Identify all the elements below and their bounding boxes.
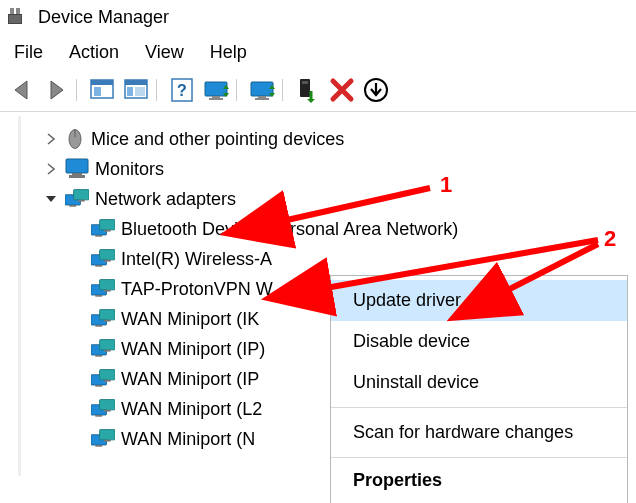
tree-label: WAN Miniport (N bbox=[121, 429, 255, 450]
adapter-icon bbox=[91, 338, 115, 360]
update-tool-button[interactable] bbox=[246, 75, 278, 105]
context-separator bbox=[331, 407, 627, 408]
tree-node-network-adapters[interactable]: Network adapters bbox=[27, 184, 632, 214]
adapter-icon bbox=[91, 278, 115, 300]
adapter-icon bbox=[91, 428, 115, 450]
uninstall-button[interactable] bbox=[326, 75, 358, 105]
scan-button[interactable] bbox=[200, 75, 232, 105]
tree-label: Mice and other pointing devices bbox=[91, 129, 344, 150]
monitor-icon bbox=[65, 158, 89, 180]
window-title: Device Manager bbox=[38, 7, 169, 28]
tree-label: Bluetooth Device (Personal Area Network) bbox=[121, 219, 458, 240]
mouse-icon bbox=[65, 127, 85, 151]
tree-label: Network adapters bbox=[95, 189, 236, 210]
context-uninstall-device[interactable]: Uninstall device bbox=[331, 362, 627, 403]
context-disable-device[interactable]: Disable device bbox=[331, 321, 627, 362]
title-bar: Device Manager bbox=[0, 0, 636, 34]
menu-action[interactable]: Action bbox=[69, 42, 119, 63]
forward-button[interactable] bbox=[40, 75, 72, 105]
menu-help[interactable]: Help bbox=[210, 42, 247, 63]
tree-label: TAP-ProtonVPN W bbox=[121, 279, 273, 300]
help-button[interactable] bbox=[166, 75, 198, 105]
app-icon bbox=[6, 6, 28, 28]
back-button[interactable] bbox=[6, 75, 38, 105]
adapter-icon bbox=[91, 248, 115, 270]
tree-label: WAN Miniport (IP) bbox=[121, 339, 265, 360]
adapter-icon bbox=[91, 218, 115, 240]
context-properties[interactable]: Properties bbox=[331, 462, 627, 501]
tree-node-mice[interactable]: Mice and other pointing devices bbox=[27, 124, 632, 154]
tree-label: WAN Miniport (L2 bbox=[121, 399, 262, 420]
menu-file[interactable]: File bbox=[14, 42, 43, 63]
chevron-right-icon[interactable] bbox=[43, 131, 59, 147]
chevron-right-icon[interactable] bbox=[43, 161, 59, 177]
tree-label: WAN Miniport (IP bbox=[121, 369, 259, 390]
context-menu: Update driver Disable device Uninstall d… bbox=[330, 275, 628, 503]
context-scan-hardware[interactable]: Scan for hardware changes bbox=[331, 412, 627, 453]
menu-bar: File Action View Help bbox=[0, 34, 636, 73]
panel-button[interactable] bbox=[86, 75, 118, 105]
tree-item-bluetooth[interactable]: Bluetooth Device (Personal Area Network) bbox=[27, 214, 632, 244]
tree-item-intel-wireless[interactable]: Intel(R) Wireless-A bbox=[27, 244, 632, 274]
tree-label: Intel(R) Wireless-A bbox=[121, 249, 272, 270]
chevron-down-icon[interactable] bbox=[43, 191, 59, 207]
enable-button[interactable] bbox=[292, 75, 324, 105]
context-update-driver[interactable]: Update driver bbox=[331, 280, 627, 321]
network-adapters-icon bbox=[65, 188, 89, 210]
tree-label: WAN Miniport (IK bbox=[121, 309, 259, 330]
context-separator bbox=[331, 457, 627, 458]
adapter-icon bbox=[91, 308, 115, 330]
adapter-icon bbox=[91, 398, 115, 420]
menu-view[interactable]: View bbox=[145, 42, 184, 63]
tree-label: Monitors bbox=[95, 159, 164, 180]
panel2-button[interactable] bbox=[120, 75, 152, 105]
down-button[interactable] bbox=[360, 75, 392, 105]
tree-node-monitors[interactable]: Monitors bbox=[27, 154, 632, 184]
toolbar bbox=[0, 73, 636, 112]
adapter-icon bbox=[91, 368, 115, 390]
